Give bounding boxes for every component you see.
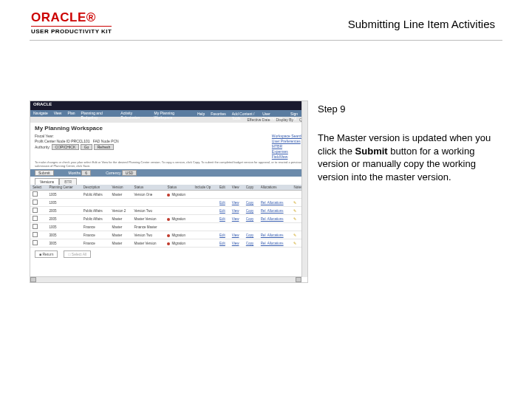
brand-logo: ORACLE® USER PRODUCTIVITY KIT [31, 10, 112, 35]
row-checkbox[interactable] [33, 208, 38, 213]
tab-btr[interactable]: BTR [59, 178, 77, 185]
step-body-bold: Submit [355, 146, 388, 157]
subnav-display-by[interactable]: Display By [276, 117, 293, 122]
months-select[interactable]: 6 [81, 170, 91, 176]
menu-user-prefs[interactable]: User Preferences [259, 111, 287, 116]
alloc-link[interactable]: Rel. Allocations [261, 209, 284, 213]
view-link[interactable]: View [232, 217, 239, 221]
link-expenses[interactable]: Expenses [272, 149, 303, 154]
status-dot-icon [167, 242, 170, 245]
table-row: 2005Public AffairsMasterMaster VersionMi… [30, 215, 307, 223]
copy-link[interactable]: Copy [246, 201, 254, 205]
menu-plan[interactable]: Plan [64, 110, 78, 117]
go-button[interactable]: Go [81, 144, 93, 150]
tab-versions[interactable]: Versions [35, 178, 59, 185]
app-brand: ORACLE [33, 102, 52, 106]
notes-icon[interactable]: ✎ [293, 209, 296, 213]
submit-button[interactable]: Submit [35, 170, 54, 176]
view-link[interactable]: View [232, 209, 239, 213]
table-row: 1005EditViewCopyRel. Allocations✎ [30, 199, 307, 207]
link-workspace-search[interactable]: Workspace Search [272, 134, 303, 138]
brand-text: ORACLE® [31, 10, 112, 25]
row-checkbox[interactable] [33, 216, 38, 221]
return-button[interactable]: ■ Return [35, 250, 58, 258]
authority-select[interactable]: COPICHICK [52, 144, 80, 150]
copy-link[interactable]: Copy [246, 217, 254, 221]
status-dot-icon [167, 234, 170, 237]
hint-text: To make changes or check your plan selec… [30, 159, 307, 169]
alloc-link[interactable]: Rel. Allocations [261, 233, 284, 237]
notes-icon[interactable]: ✎ [293, 201, 296, 205]
row-checkbox[interactable] [33, 240, 38, 245]
link-user-prefs[interactable]: User Preferences [272, 139, 303, 143]
v-scrollbar[interactable] [301, 101, 307, 277]
col-include: Include Op [192, 185, 217, 191]
alloc-link[interactable]: Rel. Allocations [261, 242, 284, 245]
tab-row: Versions BTR [30, 177, 307, 185]
row-checkbox[interactable] [33, 191, 38, 197]
edit-link[interactable]: Edit [219, 217, 225, 221]
menu-favorites[interactable]: Favorites [208, 111, 229, 116]
col-view: View [230, 185, 244, 191]
lbl-pcnode: Profit Center Node ID [35, 139, 70, 143]
notes-icon[interactable]: ✎ [293, 242, 296, 245]
col-status: Status [132, 185, 166, 191]
view-link[interactable]: View [232, 242, 239, 245]
table-row: 1005FinanceMasterFinance Master [30, 223, 307, 231]
table-row: 2005Public AffairsVersion 2Version TwoEd… [30, 207, 307, 215]
view-link[interactable]: View [232, 201, 239, 205]
edit-link[interactable]: Edit [219, 242, 225, 245]
selectall-button[interactable]: □ Select All [64, 250, 91, 258]
menu-my-planning[interactable]: My Planning Workspace [151, 110, 191, 117]
menu-add-content[interactable]: Add Content / Tools [229, 111, 259, 116]
menu-activity-submission[interactable]: Activity Submission [117, 110, 151, 117]
copy-link[interactable]: Copy [246, 209, 254, 213]
status-dot-icon [167, 218, 170, 221]
lbl-currency: Currency [106, 171, 120, 175]
divider [30, 40, 502, 41]
copy-link[interactable]: Copy [246, 242, 254, 245]
row-checkbox[interactable] [33, 232, 38, 237]
filter-form: Fiscal Year: Profit Center Node ID PRCCL… [30, 134, 307, 159]
notes-icon[interactable]: ✎ [293, 217, 296, 221]
refresh-button[interactable]: Refresh [94, 144, 115, 150]
menu-navigate[interactable]: Navigate [30, 110, 51, 117]
step-label: Step 9 [318, 103, 346, 115]
row-checkbox[interactable] [33, 224, 38, 229]
edit-link[interactable]: Edit [219, 201, 225, 205]
app-titlebar: ORACLE [30, 101, 307, 110]
col-version: Version [110, 185, 132, 191]
alloc-link[interactable]: Rel. Allocations [261, 217, 284, 221]
row-checkbox[interactable] [33, 200, 38, 205]
notes-icon[interactable]: ✎ [293, 233, 296, 237]
currency-select[interactable]: USD [122, 170, 137, 176]
col-pc: Planning Center [47, 185, 81, 191]
lbl-fiscal-year: Fiscal Year: [35, 134, 54, 138]
h-scrollbar[interactable] [30, 276, 301, 282]
col-status2: Status [165, 185, 192, 191]
subnav-eff-date[interactable]: Effective Date [247, 117, 270, 122]
menu-help[interactable]: Help [194, 111, 208, 116]
lbl-fadnode: FAD Node PCN [93, 139, 119, 143]
lbl-months: Months [69, 171, 81, 175]
link-mtbr[interactable]: MTBR [272, 144, 303, 149]
view-link[interactable]: View [232, 233, 239, 237]
menu-view[interactable]: View [51, 110, 65, 117]
link-fieldview[interactable]: FieldView [272, 154, 303, 159]
col-select: Select [30, 185, 47, 191]
table-row: 3005FinanceMasterVersion TwoMigrationEdi… [30, 231, 307, 239]
col-edit: Edit [217, 185, 230, 191]
col-alloc: Allocations [259, 185, 292, 191]
table-row: 3005FinanceMasterMaster VersionMigration… [30, 239, 307, 248]
table-row: 1005Public AffairsMasterVersion OneMigra… [30, 191, 307, 199]
table-header-row: Select Planning Center Description Versi… [30, 185, 307, 191]
versions-table: Select Planning Center Description Versi… [30, 185, 307, 248]
lbl-authority: Authority: [35, 145, 50, 149]
col-copy: Copy [244, 185, 259, 191]
alloc-link[interactable]: Rel. Allocations [261, 201, 284, 205]
edit-link[interactable]: Edit [219, 209, 225, 213]
copy-link[interactable]: Copy [246, 233, 254, 237]
edit-link[interactable]: Edit [219, 233, 225, 237]
step-body: The Master version is updated when you c… [318, 132, 506, 183]
menu-planning-budgeting[interactable]: Planning and Budgeting [78, 110, 118, 117]
